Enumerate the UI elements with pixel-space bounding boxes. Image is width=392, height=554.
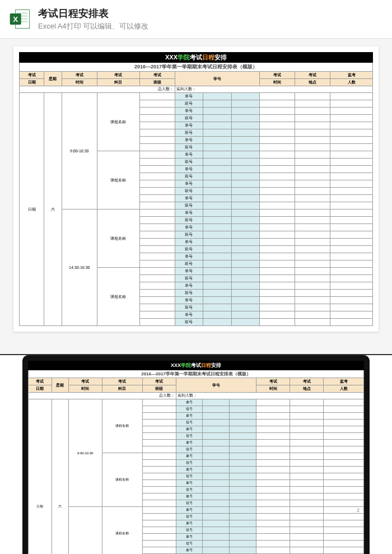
device-preview-section: XXX学院考试日程安排2016—2017学年第一学期期末考试日程安排表（模版）考…	[0, 354, 392, 554]
svg-text:X: X	[13, 15, 18, 24]
page-header: X 考试日程安排表 Excel A4打印 可以编辑、可以修改	[0, 0, 392, 39]
page-number: 2	[357, 508, 360, 513]
laptop-screen: XXX学院考试日程安排2016—2017学年第一学期期末考试日程安排表（模版）考…	[22, 355, 370, 554]
schedule-table: XXX学院考试日程安排2016—2017学年第一学期期末考试日程安排表（模版）考…	[19, 52, 373, 326]
page-title: 考试日程安排表	[38, 7, 148, 20]
excel-icon: X	[9, 8, 31, 30]
header-text: 考试日程安排表 Excel A4打印 可以编辑、可以修改	[38, 7, 148, 31]
preview-paper: XXX学院考试日程安排2016—2017学年第一学期期末考试日程安排表（模版）考…	[13, 46, 379, 332]
schedule-table-device: XXX学院考试日程安排2016—2017学年第一学期期末考试日程安排表（模版）考…	[28, 361, 364, 554]
page-subtitle: Excel A4打印 可以编辑、可以修改	[38, 21, 148, 31]
